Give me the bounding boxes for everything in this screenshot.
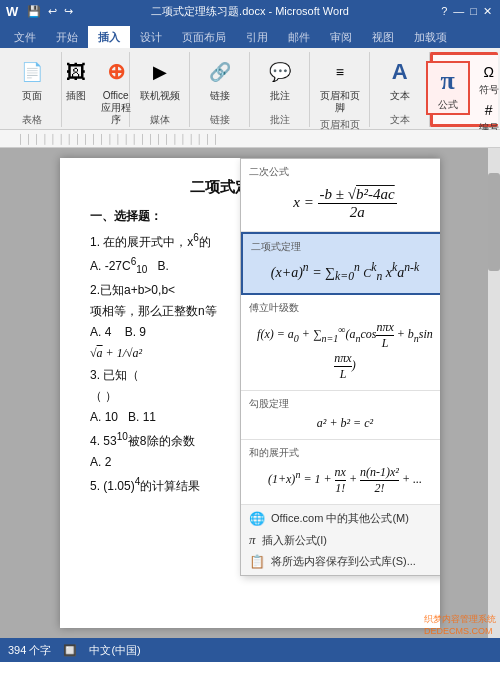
formula-math-pythagorean: a² + b² = c² xyxy=(249,414,440,433)
link-icon: 🔗 xyxy=(204,56,236,88)
formula-math-quadratic: x = -b ± √b²-4ac 2a xyxy=(249,182,440,225)
tab-mail[interactable]: 邮件 xyxy=(278,26,320,48)
tab-review[interactable]: 审阅 xyxy=(320,26,362,48)
illustrations-label: 插图 xyxy=(66,90,86,102)
tab-addins[interactable]: 加载项 xyxy=(404,26,457,48)
tab-insert[interactable]: 插入 xyxy=(88,26,130,48)
tab-view[interactable]: 视图 xyxy=(362,26,404,48)
ribbon-item-omega[interactable]: Ω 符号 xyxy=(472,61,500,97)
scrollbar-vertical[interactable] xyxy=(488,148,500,638)
window-controls: ? — □ ✕ xyxy=(439,5,494,18)
text-icon: A xyxy=(384,56,416,88)
document-page: 二项式定理练习题 一、选择题： 1. 在的展开式中，x6的 A. -27C610… xyxy=(60,158,440,628)
footer-label-new: 插入新公式(I) xyxy=(262,533,327,548)
ribbon-group-symbols: π 公式 Ω 符号 # 编号 符号 xyxy=(430,52,498,127)
group-label-comments: 批注 xyxy=(270,111,290,127)
clipboard-icon: 📋 xyxy=(249,554,265,569)
illustrations-icon: 🖼 xyxy=(60,56,92,88)
formula-title-quadratic: 二次公式 xyxy=(249,165,440,179)
formula-item-binomial[interactable]: 二项式定理 (x+a)n = ∑k=0n Ckn xkan-k xyxy=(241,232,440,295)
help-button[interactable]: ? xyxy=(439,5,449,18)
footer-item-new-formula[interactable]: π 插入新公式(I) xyxy=(249,530,440,550)
formula-math-fourier: f(x) = a0 + ∑n=1∞(ancosnπxL + bnsinnπxL) xyxy=(249,318,440,384)
scrollbar-thumb[interactable] xyxy=(488,173,500,271)
video-label: 联机视频 xyxy=(140,90,180,102)
tab-design[interactable]: 设计 xyxy=(130,26,172,48)
group-label-page: 表格 xyxy=(22,111,42,127)
redo-button[interactable]: ↪ xyxy=(62,5,75,18)
ribbon-group-header: ≡ 页眉和页脚 页眉和页脚 xyxy=(310,52,370,127)
save-button[interactable]: 💾 xyxy=(25,5,43,18)
quick-access-toolbar: W 💾 ↩ ↪ xyxy=(6,4,75,19)
ribbon-group-page: 📄 页面 表格 xyxy=(2,52,62,127)
formula-panel[interactable]: 二次公式 x = -b ± √b²-4ac 2a 二项式定理 (x+a)n = … xyxy=(240,158,440,576)
text-label: 文本 xyxy=(390,90,410,102)
globe-icon: 🌐 xyxy=(249,511,265,526)
word-count: 394 个字 xyxy=(8,643,51,658)
comment-label: 批注 xyxy=(270,90,290,102)
document-area: 二项式定理练习题 一、选择题： 1. 在的展开式中，x6的 A. -27C610… xyxy=(0,148,500,638)
ribbon-tabs: 文件 开始 插入 设计 页面布局 引用 邮件 审阅 视图 加载项 xyxy=(0,22,500,48)
ribbon-item-link[interactable]: 🔗 链接 xyxy=(202,54,238,104)
office-icon: ⊕ xyxy=(100,56,132,88)
group-label-text: 文本 xyxy=(390,111,410,127)
status-bar: 394 个字 🔲 中文(中国) xyxy=(0,638,500,662)
ribbon-group-links: 🔗 链接 链接 xyxy=(190,52,250,127)
ruler: │ │ │ │ │ │ │ │ │ │ │ │ │ │ │ │ │ │ │ │ … xyxy=(0,130,500,148)
ribbon-item-video[interactable]: ▶ 联机视频 xyxy=(138,54,182,104)
word-icon: W xyxy=(6,4,18,19)
formula-item-quadratic[interactable]: 二次公式 x = -b ± √b²-4ac 2a xyxy=(241,159,440,232)
office-label: Office应用程序 xyxy=(100,90,132,126)
formula-item-pythagorean[interactable]: 勾股定理 a² + b² = c² xyxy=(241,391,440,440)
page-label: 页面 xyxy=(22,90,42,102)
page-icon: 📄 xyxy=(16,56,48,88)
ribbon-group-comments: 💬 批注 批注 xyxy=(250,52,310,127)
formula-icon: π xyxy=(432,65,464,97)
omega-label: 符号 xyxy=(479,84,499,96)
comment-icon: 💬 xyxy=(264,56,296,88)
video-icon: ▶ xyxy=(144,56,176,88)
title-bar: W 💾 ↩ ↪ 二项式定理练习题.docx - Microsoft Word ?… xyxy=(0,0,500,22)
track-icon: 🔲 xyxy=(63,644,77,657)
tab-layout[interactable]: 页面布局 xyxy=(172,26,236,48)
pi-icon: π xyxy=(249,532,256,548)
maximize-button[interactable]: □ xyxy=(468,5,479,18)
formula-title-pythagorean: 勾股定理 xyxy=(249,397,440,411)
formula-item-expansion[interactable]: 和的展开式 (1+x)n = 1 + nx1! + n(n-1)x²2! + .… xyxy=(241,440,440,505)
ribbon-item-illustrations[interactable]: 🖼 插图 xyxy=(58,54,94,104)
ribbon: 📄 页面 表格 🖼 插图 ⊕ Office应用程序 应用程序 ▶ 联机视频 xyxy=(0,48,500,130)
ribbon-group-text: A 文本 文本 xyxy=(370,52,430,127)
ruler-marks: │ │ │ │ │ │ │ │ │ │ │ │ │ │ │ │ │ │ │ │ … xyxy=(18,134,219,144)
ribbon-item-page[interactable]: 📄 页面 xyxy=(14,54,50,104)
undo-button[interactable]: ↩ xyxy=(46,5,59,18)
formula-panel-footer: 🌐 Office.com 中的其他公式(M) π 插入新公式(I) 📋 将所选内… xyxy=(241,505,440,575)
ribbon-item-text[interactable]: A 文本 xyxy=(382,54,418,104)
window-title: 二项式定理练习题.docx - Microsoft Word xyxy=(151,4,349,19)
formula-title-fourier: 傅立叶级数 xyxy=(249,301,440,315)
ribbon-group-illustrations: 🖼 插图 ⊕ Office应用程序 应用程序 xyxy=(62,52,130,127)
minimize-button[interactable]: — xyxy=(451,5,466,18)
language: 中文(中国) xyxy=(89,643,140,658)
number-icon: # xyxy=(473,100,500,120)
group-label-links: 链接 xyxy=(210,111,230,127)
header-icon: ≡ xyxy=(324,56,356,88)
tab-references[interactable]: 引用 xyxy=(236,26,278,48)
ribbon-item-formula[interactable]: π 公式 xyxy=(426,61,470,115)
ribbon-item-office[interactable]: ⊕ Office应用程序 xyxy=(98,54,134,128)
footer-item-save-formula[interactable]: 📋 将所选内容保存到公式库(S)... xyxy=(249,552,440,571)
watermark: 织梦内容管理系统DEDECMS.COM xyxy=(424,613,496,636)
ribbon-item-comment[interactable]: 💬 批注 xyxy=(262,54,298,104)
footer-label-save: 将所选内容保存到公式库(S)... xyxy=(271,554,416,569)
group-label-media: 媒体 xyxy=(150,111,170,127)
close-button[interactable]: ✕ xyxy=(481,5,494,18)
formula-item-fourier[interactable]: 傅立叶级数 f(x) = a0 + ∑n=1∞(ancosnπxL + bnsi… xyxy=(241,295,440,391)
footer-item-office[interactable]: 🌐 Office.com 中的其他公式(M) xyxy=(249,509,440,528)
ribbon-group-media: ▶ 联机视频 媒体 xyxy=(130,52,190,127)
formula-title-expansion: 和的展开式 xyxy=(249,446,440,460)
link-label: 链接 xyxy=(210,90,230,102)
formula-title-binomial: 二项式定理 xyxy=(251,240,439,254)
ribbon-item-header[interactable]: ≡ 页眉和页脚 xyxy=(316,54,363,116)
omega-icon: Ω xyxy=(473,62,500,82)
tab-file[interactable]: 文件 xyxy=(4,26,46,48)
tab-home[interactable]: 开始 xyxy=(46,26,88,48)
